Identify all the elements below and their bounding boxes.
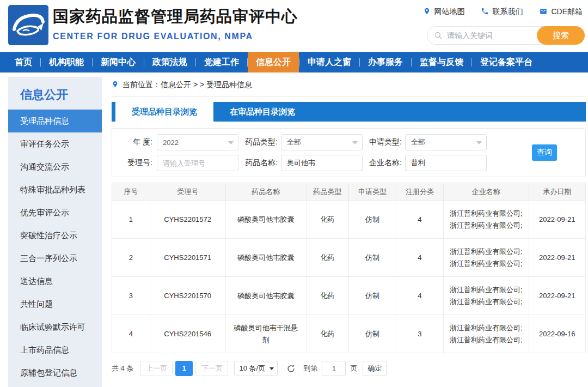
year-field: 年 度: 2022 [121,134,245,150]
cell-accept-no: CYHS2201572 [150,201,225,239]
body: 信息公开 受理品种信息 审评任务公示 沟通交流公示 特殊审批品种列表 优先审评公… [0,72,588,387]
cell-accept-no: CYHS2201571 [150,239,225,277]
search-icon [434,31,443,40]
mailbox-label: CDE邮箱 [551,7,583,17]
cell-drug-name: 磷酸奥司他韦干混悬剂 [225,315,306,353]
nav-item-applicant-window[interactable]: 申请人之窗 [299,52,359,72]
goto-unit-label: 页 [350,364,357,373]
query-button[interactable]: 查询 [532,144,557,161]
page-number-1[interactable]: 1 [175,361,193,376]
company-input[interactable] [405,155,487,171]
mailbox-link[interactable]: CDE邮箱 [539,7,583,17]
sitemap-link[interactable]: 网站地图 [423,7,464,17]
company-field: 企业名称: [369,155,493,171]
col-date: 承办日期 [529,183,585,201]
cell-date: 2022-09-21 [529,201,585,239]
sidebar-item-excipient-registration[interactable]: 原辅包登记信息 [8,361,102,384]
apply-type-value: 全部 [411,137,425,147]
tab-accepted-catalog[interactable]: 受理品种目录浏览 [115,102,213,122]
nav-item-registration-platform[interactable]: 登记备案平台 [472,52,541,72]
drug-type-field: 药品类型: 全部 [245,134,369,150]
refresh-icon[interactable] [286,364,296,373]
contact-link[interactable]: 联系我们 [481,7,523,17]
cell-drug-type: 化药 [306,277,348,315]
sidebar-item-marketed-drugs[interactable]: 上市药品信息 [8,338,102,361]
tab-under-review-catalog[interactable]: 在审品种目录浏览 [213,102,311,122]
sidebar-item-priority-review[interactable]: 优先审评公示 [8,201,102,224]
cell-company: 浙江普利药业有限公司;浙江普利药业有限公司; [443,239,529,277]
prev-page-button[interactable]: 上一页 [140,361,173,376]
sidebar-item-common-issues[interactable]: 共性问题 [8,293,102,316]
cell-apply-type: 仿制 [348,277,396,315]
nav-item-party-building[interactable]: 党建工作 [196,52,247,72]
filter-row-2: 受理号: 药品名称: 企业名称: [121,155,577,171]
nav-item-news[interactable]: 新闻中心 [93,52,144,72]
accept-no-input[interactable] [157,155,238,171]
col-seq: 序号 [112,183,150,201]
nav-item-policies[interactable]: 政策法规 [144,52,195,72]
table-header-row: 序号 受理号 药品名称 药品类型 申请类型 注册分类 企业名称 承办日期 [112,183,586,201]
confirm-button[interactable]: 确定 [363,361,387,376]
cell-drug-type: 化药 [306,315,348,353]
cell-company: 浙江普利药业有限公司;浙江普利药业有限公司; [443,277,529,315]
cell-reg-class: 4 [396,277,443,315]
cde-logo-icon [8,5,48,45]
cell-drug-name: 磷酸奥司他韦胶囊 [225,201,306,239]
main-nav: 首页 机构职能 新闻中心 政策法规 党建工作 信息公开 申请人之窗 办事服务 监… [0,52,588,72]
cell-date: 2022-09-21 [529,239,585,277]
pagination: 共 4 条 上一页 1 下一页 10 条/页 到第 页 确定 [112,361,586,376]
sidebar-item-review-tasks[interactable]: 审评任务公示 [8,132,102,155]
sidebar-item-breakthrough-therapy[interactable]: 突破性治疗公示 [8,224,102,247]
nav-item-supervision-feedback[interactable]: 监督与反馈 [412,52,471,72]
year-label: 年 度: [121,137,157,147]
next-page-button[interactable]: 下一页 [195,361,228,376]
site-title: 国家药品监督管理局药品审评中心 [53,6,298,28]
cell-reg-class: 4 [396,239,443,277]
search-input[interactable] [443,31,537,40]
cell-accept-no: CYHS2201546 [150,315,225,353]
top-links: 网站地图 联系我们 CDE邮箱 [423,7,583,17]
cell-seq: 2 [112,239,150,277]
breadcrumb: 当前位置：信息公开 > > 受理品种信息 [112,77,586,97]
drug-name-field: 药品名称: [245,155,369,171]
page: 国家药品监督管理局药品审评中心 CENTER FOR DRUG EVALUATI… [0,0,588,387]
cell-drug-name: 磷酸奥司他韦胶囊 [225,277,306,315]
nav-item-info-disclosure[interactable]: 信息公开 [248,52,299,72]
cell-drug-name: 磷酸奥司他韦胶囊 [225,239,306,277]
cell-seq: 4 [112,315,150,353]
sidebar-item-clinical-trial-license[interactable]: 临床试验默示许可 [8,316,102,338]
sidebar-item-special-approval-list[interactable]: 特殊审批品种列表 [8,178,102,201]
table-row: 2 CYHS2201571 磷酸奥司他韦胶囊 化药 仿制 4 浙江普利药业有限公… [112,239,586,277]
year-select[interactable]: 2022 [157,134,238,150]
contact-label: 联系我们 [492,7,523,17]
sidebar-item-accepted-varieties[interactable]: 受理品种信息 [8,110,102,132]
search-button[interactable]: 搜索 [537,26,585,45]
accept-no-field: 受理号: [121,155,245,171]
cell-reg-class: 4 [396,201,443,239]
cell-date: 2022-09-21 [529,277,585,315]
search-bar: 搜索 [427,26,585,45]
goto-page-input[interactable] [322,361,346,376]
header: 国家药品监督管理局药品审评中心 CENTER FOR DRUG EVALUATI… [0,0,588,52]
nav-item-home[interactable]: 首页 [7,52,40,72]
nav-item-functions[interactable]: 机构职能 [41,52,92,72]
drug-name-input[interactable] [281,155,363,171]
drug-name-label: 药品名称: [245,158,281,168]
cell-company: 浙江普利药业有限公司;浙江普利药业有限公司; [443,201,529,239]
chevron-down-icon [270,367,274,370]
sidebar-item-three-in-one[interactable]: 三合一序列公示 [8,247,102,270]
chevron-down-icon [228,141,234,144]
sidebar-item-communication[interactable]: 沟通交流公示 [8,155,102,178]
drug-type-label: 药品类型: [245,137,281,147]
table-row: 3 CYHS2201570 磷酸奥司他韦胶囊 化药 仿制 4 浙江普利药业有限公… [112,277,586,315]
drug-type-select[interactable]: 全部 [281,134,363,150]
col-company: 企业名称 [443,183,529,201]
cell-seq: 3 [112,277,150,315]
col-reg-class: 注册分类 [396,183,443,201]
page-size-select[interactable]: 10 条/页 [234,361,278,376]
sidebar-item-delivery-info[interactable]: 送达信息 [8,270,102,293]
cell-date: 2022-09-16 [529,315,585,353]
apply-type-select[interactable]: 全部 [405,134,487,150]
cell-apply-type: 仿制 [348,239,396,277]
nav-item-services[interactable]: 办事服务 [360,52,411,72]
